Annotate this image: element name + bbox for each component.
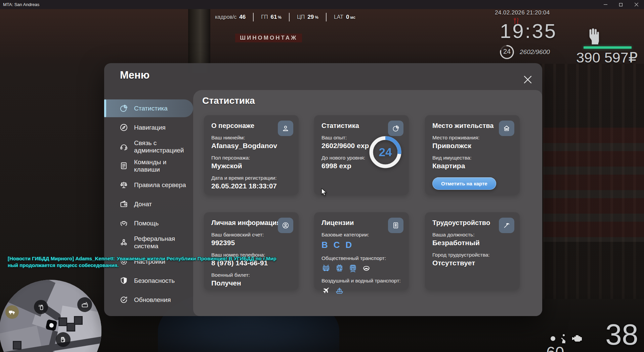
field-residence-city: Место проживания: Приволжск	[432, 135, 512, 150]
menu-title: Меню	[120, 69, 149, 81]
field-bank-account: Ваш банковский счет: 992395	[211, 232, 291, 247]
speedometer-partial: 60	[546, 343, 564, 352]
network-icon	[119, 238, 128, 247]
license-letter-c: C	[334, 240, 340, 250]
license-letter-b: B	[321, 240, 328, 250]
ship-icon	[335, 286, 344, 295]
mark-on-map-button[interactable]: Отметить на карте	[432, 177, 496, 190]
level-value: 24	[502, 48, 512, 55]
card-statistics: Статистика Ваш опыт: 2602/9600 exp До но…	[314, 115, 409, 195]
exp-ring-level: 24	[367, 134, 403, 170]
pie-chart-icon	[119, 104, 128, 113]
engine-icon	[572, 334, 583, 343]
field-exp: Ваш опыт: 2602/9600 exp	[321, 135, 372, 150]
latency-stat: LAT0мс	[334, 14, 355, 20]
user-icon	[278, 121, 293, 136]
sidebar-item-admin-contact[interactable]: Связь с администрацией	[104, 137, 193, 156]
game-clock: 19:35	[500, 19, 557, 43]
sidebar-item-updates[interactable]: Обновления	[104, 290, 193, 309]
field-military-id: Военный билет: Получен	[211, 272, 291, 287]
trolleybus-icon	[321, 264, 331, 273]
performance-hud: кадров/с46 ГП61% ЦП29% LAT0мс	[215, 13, 355, 21]
vehicle-status-icons	[550, 334, 583, 344]
menu-sidebar: Статистика Навигация Связь с администрац…	[104, 99, 193, 309]
shield-icon	[119, 276, 128, 285]
sidebar-item-navigation[interactable]: Навигация	[104, 118, 193, 137]
pickaxe-icon	[499, 218, 514, 233]
content-title: Статистика	[202, 95, 255, 106]
card-licenses: Лицензии Базовые категории: B C D Общест…	[314, 212, 409, 290]
fist-icon	[587, 27, 603, 46]
list-document-icon	[119, 161, 128, 170]
hud-separator	[326, 13, 327, 21]
close-menu-button[interactable]	[522, 74, 533, 85]
close-window-button[interactable]	[629, 0, 644, 9]
maximize-button[interactable]	[613, 0, 629, 9]
card-personal-info: Личная информация Ваш банковский счет: 9…	[204, 212, 299, 290]
gpu-stat: ГП61%	[261, 14, 282, 20]
house-icon	[499, 121, 514, 136]
sidebar-item-referral[interactable]: Реферальная система	[104, 233, 193, 252]
game-screen: ШИНОМОНТАЖ MTA: San Andreas кадров/с46 Г…	[0, 0, 644, 352]
field-employment-city: Город трудоустройства: Отсутствует	[432, 252, 512, 267]
card-about-character: О персонаже Ваш никнейм: Afanasy_Bogdano…	[204, 115, 299, 195]
hud-separator	[289, 13, 290, 21]
driver-cap-icon	[362, 264, 371, 273]
money-display: 390 597₽	[558, 49, 638, 66]
fps-stat: кадров/с46	[215, 14, 246, 20]
sidebar-item-security[interactable]: Безопасность	[104, 271, 193, 290]
exp-counter: 2602/9600	[520, 48, 550, 56]
headset-icon	[119, 142, 128, 151]
minimap	[0, 280, 101, 352]
field-property-type: Вид имущества: Квартира	[432, 155, 512, 170]
compass-icon	[119, 123, 128, 132]
sidebar-item-donate[interactable]: Донат	[104, 194, 193, 214]
window-titlebar: MTA: San Andreas	[0, 0, 644, 9]
plane-icon	[321, 286, 331, 295]
card-employment: Трудоустройство Ваша должность: Безработ…	[425, 212, 520, 290]
money-bar	[584, 46, 632, 49]
exp-ring: 24	[367, 134, 403, 170]
sidebar-item-help[interactable]: Помощь	[104, 214, 193, 233]
heart-hands-icon	[119, 219, 128, 228]
field-air-water-transport: Воздушный и водный транспорт:	[321, 278, 401, 295]
datetime-display: 24.02.2026 21:20:04	[495, 9, 550, 16]
card-residence: Место жительства Место проживания: Приво…	[425, 115, 520, 195]
chat-log: [Новости ГИБДД Мирного] Adams_Kennett: У…	[8, 255, 276, 269]
speedometer-value: 38	[585, 320, 638, 349]
sidebar-item-statistics[interactable]: Статистика	[104, 99, 193, 117]
wallet-icon	[119, 200, 128, 209]
scales-icon	[119, 180, 128, 189]
train-icon	[348, 264, 357, 273]
tram-icon	[335, 264, 344, 273]
window-title: MTA: San Andreas	[3, 2, 39, 7]
light-dot-icon	[550, 336, 556, 341]
mouse-cursor	[321, 188, 327, 196]
field-public-transport: Общественный транспорт:	[321, 255, 401, 273]
field-registration: Дата и время регистрации: 26.05.2021 18:…	[211, 175, 291, 190]
hud-separator	[253, 13, 254, 21]
seatbelt-icon	[559, 334, 568, 344]
license-card-icon	[388, 218, 403, 233]
hunger-icon	[513, 18, 519, 24]
level-indicator: 24	[500, 45, 514, 59]
scene-sign: ШИНОМОНТАЖ	[235, 34, 302, 42]
field-job-title: Ваша должность: Безработный	[432, 232, 512, 247]
field-gender: Пол персонажа: Мужской	[211, 155, 291, 170]
license-letter-d: D	[346, 240, 352, 250]
user-circle-icon	[278, 218, 293, 233]
cpu-stat: ЦП29%	[297, 14, 318, 20]
field-nickname: Ваш никнейм: Afanasy_Bogdanov	[211, 135, 291, 150]
sidebar-item-commands-keys[interactable]: Команды и клавиши	[104, 156, 193, 175]
field-base-categories: Базовые категории: B C D	[321, 232, 401, 250]
chat-message-line2: ный продолжается процесс собеседования.	[8, 262, 276, 269]
chat-message-line1: [Новости ГИБДД Мирного] Adams_Kennett: У…	[8, 255, 276, 262]
scene-red-structure	[543, 128, 644, 242]
menu-content: Статистика О персонаже Ваш никнейм: Afan…	[193, 90, 542, 316]
sidebar-item-server-rules[interactable]: Правила сервера	[104, 175, 193, 194]
minimize-button[interactable]	[598, 0, 613, 9]
refresh-check-icon	[119, 295, 128, 304]
